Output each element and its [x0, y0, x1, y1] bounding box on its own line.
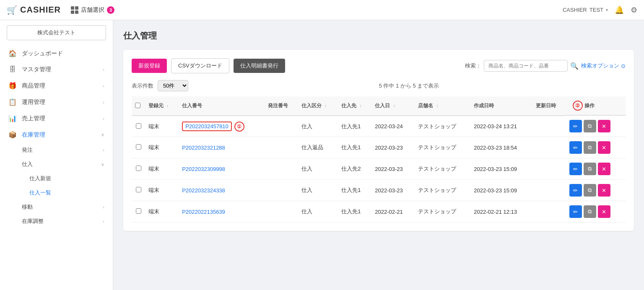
- copy-button[interactable]: ⧉: [584, 205, 596, 218]
- delete-button[interactable]: ✕: [598, 184, 610, 197]
- cell-purchase-no[interactable]: P2022032457810①: [179, 116, 265, 137]
- table-body: 端末P2022032457810①仕入仕入先12022-03-24テストショップ…: [132, 116, 626, 223]
- sidebar-item-purchase[interactable]: 仕入 ∨: [0, 157, 113, 171]
- clipboard-icon: 📋: [8, 98, 17, 106]
- new-registration-button[interactable]: 新規登録: [132, 59, 167, 73]
- cell-reg-source: 端末: [145, 201, 179, 223]
- per-page-select[interactable]: 50件 100件 200件: [158, 80, 188, 91]
- select-all-checkbox[interactable]: [135, 103, 140, 108]
- cell-updated-at: [532, 180, 566, 201]
- th-created-at: 作成日時: [470, 96, 532, 116]
- cell-updated-at: [532, 201, 566, 223]
- purchase-no-link[interactable]: P2022032324338: [182, 187, 225, 194]
- circle-2-badge: ②: [573, 101, 583, 111]
- cell-reg-source: 端末: [145, 116, 179, 137]
- search-input[interactable]: [484, 60, 568, 72]
- grid-icon: [71, 6, 78, 14]
- table-row: 端末P2022032321288仕入返品仕入先12022-03-23テストショッ…: [132, 137, 626, 158]
- copy-button[interactable]: ⧉: [584, 184, 596, 197]
- box-icon: 📦: [8, 131, 17, 139]
- sidebar-item-operation[interactable]: 📋 運用管理 ›: [0, 94, 113, 110]
- sidebar-item-purchase-new[interactable]: 仕入新規: [0, 171, 113, 186]
- user-info[interactable]: CASHIER TEST ▾: [563, 7, 608, 13]
- search-options-label: 検索オプション: [581, 62, 619, 70]
- logo-text: CASHIER: [20, 5, 61, 15]
- chevron-down-icon: ∨: [101, 132, 104, 137]
- delete-button[interactable]: ✕: [598, 163, 610, 175]
- purchase-no-link[interactable]: P2022022135639: [182, 209, 225, 215]
- cell-purchase-no[interactable]: P2022032309998: [179, 158, 265, 180]
- cell-purchase-no[interactable]: P2022032321288: [179, 137, 265, 158]
- row-checkbox[interactable]: [136, 144, 141, 150]
- company-name[interactable]: 株式会社テスト: [7, 25, 106, 40]
- bell-icon[interactable]: 🔔: [615, 5, 624, 15]
- table-controls: 表示件数 50件 100件 200件 5 件中 1 から 5 まで表示: [132, 80, 626, 91]
- cell-store-name: テストショップ: [415, 137, 470, 158]
- sidebar: 株式会社テスト 🏠 ダッシュボード 🗄 マスタ管理 › 🎁 商品管理: [0, 20, 113, 290]
- row-checkbox[interactable]: [136, 187, 141, 192]
- row-checkbox[interactable]: [136, 123, 141, 129]
- cell-updated-at: [532, 116, 566, 137]
- app-logo: 🛒 CASHIER: [7, 5, 61, 15]
- gift-icon: 🎁: [8, 82, 17, 90]
- edit-button[interactable]: ✏: [569, 163, 582, 175]
- copy-button[interactable]: ⧉: [584, 120, 596, 132]
- delete-button[interactable]: ✕: [598, 205, 610, 218]
- row-checkbox[interactable]: [136, 166, 141, 171]
- cell-purchase-date: 2022-03-23: [371, 137, 415, 158]
- purchase-no-link[interactable]: P2022032457810: [182, 122, 232, 131]
- sidebar-item-master[interactable]: 🗄 マスタ管理 ›: [0, 62, 113, 78]
- cell-reg-source: 端末: [145, 180, 179, 201]
- sidebar-item-inventory[interactable]: 📦 在庫管理 ∨: [0, 127, 113, 143]
- cell-order-no: [265, 116, 298, 137]
- edit-button[interactable]: ✏: [569, 184, 582, 197]
- sidebar-item-sales[interactable]: 📊 売上管理 ›: [0, 110, 113, 127]
- search-area: 検索： 🔍 検索オプション ⊙: [465, 60, 626, 72]
- th-purchase-type: 仕入区分 ↕: [298, 96, 338, 116]
- sub-label: 仕入一覧: [29, 189, 51, 197]
- sidebar-item-purchase-list[interactable]: 仕入一覧: [0, 186, 113, 200]
- top-header: 🛒 CASHIER 店舗選択 3 CASHIER TEST ▾ 🔔 ⚙: [0, 0, 644, 20]
- cell-supplier: 仕入先1: [338, 180, 371, 201]
- sidebar-item-dashboard[interactable]: 🏠 ダッシュボード: [0, 45, 113, 62]
- action-buttons: ✏ ⧉ ✕: [569, 184, 622, 197]
- purchase-no-link[interactable]: P2022032321288: [182, 145, 225, 151]
- row-checkbox[interactable]: [136, 208, 141, 214]
- sidebar-item-transfer[interactable]: 移動 ›: [0, 200, 113, 214]
- delete-button[interactable]: ✕: [598, 120, 610, 132]
- edit-button[interactable]: ✏: [569, 141, 582, 154]
- cart-icon: 🛒: [7, 5, 18, 15]
- search-label: 検索：: [465, 62, 481, 70]
- chevron-right-icon: ›: [103, 116, 104, 121]
- delete-button[interactable]: ✕: [598, 141, 610, 154]
- cell-order-no: [265, 201, 298, 223]
- store-selector[interactable]: 店舗選択 3: [71, 6, 114, 14]
- cell-actions: ✏ ⧉ ✕: [566, 116, 626, 137]
- gear-icon[interactable]: ⚙: [631, 5, 637, 15]
- cell-supplier: 仕入先2: [338, 158, 371, 180]
- circle-check-icon: ⊙: [621, 63, 626, 69]
- action-buttons: ✏ ⧉ ✕: [569, 120, 622, 132]
- sidebar-item-inventory-adj[interactable]: 在庫調整 ›: [0, 214, 113, 228]
- pagination-info: 5 件中 1 から 5 まで表示: [192, 82, 626, 90]
- search-options[interactable]: 検索オプション ⊙: [581, 62, 626, 70]
- sidebar-item-product[interactable]: 🎁 商品管理 ›: [0, 78, 113, 94]
- csv-download-button[interactable]: CSVダウンロード: [171, 58, 229, 73]
- copy-button[interactable]: ⧉: [584, 141, 596, 154]
- cell-purchase-date: 2022-02-21: [371, 201, 415, 223]
- search-button[interactable]: 🔍: [570, 62, 579, 70]
- copy-button[interactable]: ⧉: [584, 163, 596, 175]
- user-role: TEST: [589, 7, 603, 13]
- cell-purchase-no[interactable]: P2022022135639: [179, 201, 265, 223]
- edit-button[interactable]: ✏: [569, 120, 582, 132]
- purchase-no-link[interactable]: P2022032309998: [182, 166, 225, 172]
- edit-button[interactable]: ✏: [569, 205, 582, 218]
- sub-label: 仕入新規: [29, 175, 51, 182]
- cell-reg-source: 端末: [145, 137, 179, 158]
- home-icon: 🏠: [8, 49, 17, 57]
- cell-purchase-no[interactable]: P2022032324338: [179, 180, 265, 201]
- detail-issue-button[interactable]: 仕入明細書発行: [234, 59, 285, 73]
- sidebar-item-label: 商品管理: [22, 82, 45, 90]
- sidebar-item-order[interactable]: 発注 ›: [0, 143, 113, 157]
- chevron-right-icon: ›: [103, 219, 104, 224]
